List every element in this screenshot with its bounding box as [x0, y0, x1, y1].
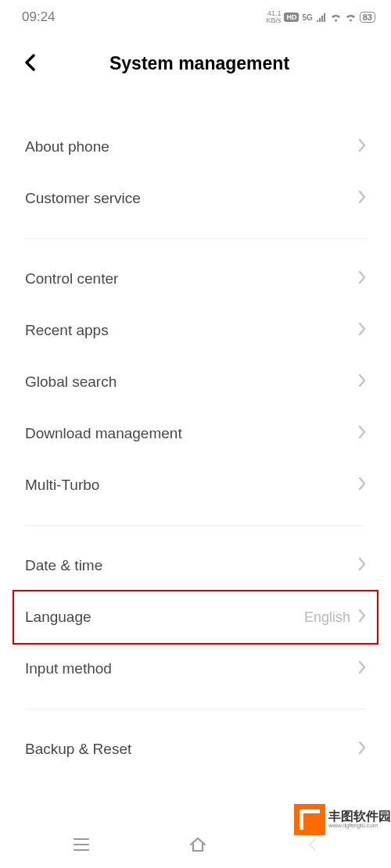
network-type: 5G: [302, 13, 312, 22]
chevron-right-icon: [358, 190, 366, 207]
row-input-method[interactable]: Input method: [25, 643, 366, 695]
chevron-right-icon: [358, 270, 366, 288]
watermark-text: 丰图软件园 www.dgfengtu.com: [328, 809, 391, 830]
highlight-box: Language English: [13, 590, 378, 645]
row-control-center[interactable]: Control center: [25, 253, 366, 305]
chevron-right-icon: [358, 373, 366, 391]
row-label: Language: [25, 609, 91, 626]
status-time: 09:24: [22, 9, 56, 25]
row-recent-apps[interactable]: Recent apps: [25, 305, 366, 356]
row-multi-turbo[interactable]: Multi-Turbo: [25, 459, 366, 511]
row-label: Recent apps: [25, 322, 109, 339]
row-backup-reset[interactable]: Backup & Reset: [25, 723, 366, 775]
chevron-right-icon: [358, 477, 366, 494]
home-button[interactable]: [188, 836, 207, 856]
chevron-right-icon: [358, 609, 366, 626]
back-nav-button[interactable]: [306, 837, 318, 855]
row-about-phone[interactable]: About phone: [25, 121, 366, 173]
chevron-right-icon: [358, 557, 366, 574]
row-label: About phone: [25, 138, 109, 155]
status-indicators: 41.1 KB/s HD 5G 83: [266, 10, 375, 24]
row-label: Download management: [25, 425, 182, 442]
wifi-icon: [330, 13, 342, 22]
page-header: System management: [0, 31, 391, 90]
row-language[interactable]: Language English: [25, 591, 366, 643]
row-label: Backup & Reset: [25, 741, 131, 758]
menu-button[interactable]: [73, 838, 90, 855]
watermark: 丰图软件园 www.dgfengtu.com: [294, 804, 391, 835]
chevron-right-icon: [358, 425, 366, 442]
row-download-management[interactable]: Download management: [25, 408, 366, 459]
divider: [25, 709, 366, 709]
row-label: Control center: [25, 270, 118, 288]
row-date-time[interactable]: Date & time: [25, 540, 366, 591]
divider: [25, 238, 366, 239]
row-label: Multi-Turbo: [25, 477, 99, 494]
network-speed: 41.1 KB/s: [266, 10, 281, 24]
chevron-right-icon: [358, 322, 366, 339]
chevron-right-icon: [358, 660, 366, 677]
chevron-right-icon: [358, 138, 366, 155]
divider: [25, 525, 366, 526]
row-global-search[interactable]: Global search: [25, 356, 366, 408]
signal-icon: [316, 13, 327, 22]
row-label: Customer service: [25, 190, 141, 207]
hd-icon: HD: [284, 13, 299, 22]
settings-list: About phone Customer service Control cen…: [0, 121, 391, 775]
wifi-icon-2: [345, 13, 357, 22]
watermark-logo-icon: [294, 804, 325, 835]
chevron-right-icon: [358, 741, 366, 758]
battery-icon: 83: [360, 12, 375, 23]
back-button[interactable]: [23, 54, 38, 74]
row-label: Global search: [25, 373, 117, 391]
page-title: System management: [23, 53, 375, 74]
row-label: Input method: [25, 660, 112, 677]
status-bar: 09:24 41.1 KB/s HD 5G 83: [0, 0, 391, 31]
row-value: English: [304, 609, 350, 626]
row-label: Date & time: [25, 557, 102, 574]
row-customer-service[interactable]: Customer service: [25, 173, 366, 224]
